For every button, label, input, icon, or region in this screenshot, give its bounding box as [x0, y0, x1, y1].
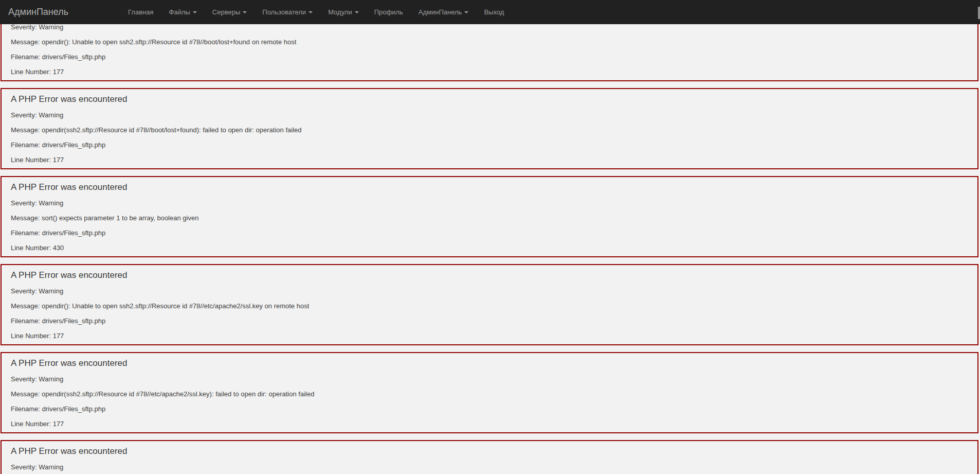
chevron-down-icon	[193, 11, 197, 13]
php-error-box: A PHP Error was encountered Severity: Wa…	[1, 264, 978, 345]
error-message: Message: opendir(ssh2.sftp://Resource id…	[11, 119, 967, 134]
navbar-brand[interactable]: АдминПанель	[8, 7, 68, 17]
nav-item-moduli-dropdown[interactable]: Модули	[320, 0, 367, 24]
chevron-down-icon	[243, 11, 247, 13]
error-heading: A PHP Error was encountered	[11, 358, 967, 368]
error-message: Message: opendir(ssh2.sftp://Resource id…	[11, 383, 967, 398]
error-line-number: Line Number: 177	[11, 149, 967, 164]
error-filename: Filename: drivers/Files_sftp.php	[11, 134, 967, 149]
error-heading: A PHP Error was encountered	[11, 94, 967, 104]
chevron-down-icon	[355, 11, 359, 13]
php-error-box: A PHP Error was encountered Severity: Wa…	[1, 352, 978, 433]
error-severity: Severity: Warning	[11, 368, 967, 383]
php-error-box: A PHP Error was encountered Severity: Wa…	[1, 88, 978, 169]
error-line-number: Line Number: 177	[11, 325, 967, 340]
error-line-number: Line Number: 430	[11, 237, 967, 252]
error-severity: Severity: Warning	[11, 192, 967, 207]
error-severity: Severity: Warning	[11, 457, 967, 471]
error-heading: A PHP Error was encountered	[11, 446, 967, 457]
error-line-number: Line Number: 177	[11, 413, 967, 428]
error-message: Message: sort() expects parameter 1 to b…	[11, 207, 967, 222]
nav-item-profil[interactable]: Профиль	[367, 0, 411, 24]
error-severity: Severity: Warning	[11, 104, 967, 119]
navbar-menu: Главная Файлы Серверы Пользователи Модул…	[120, 0, 512, 24]
error-heading: A PHP Error was encountered	[11, 182, 967, 192]
nav-item-faily-dropdown[interactable]: Файлы	[161, 0, 205, 24]
php-error-box: A PHP Error was encountered Severity: Wa…	[1, 440, 978, 474]
error-message: Message: opendir(): Unable to open ssh2.…	[11, 31, 967, 46]
php-error-box: A PHP Error was encountered Severity: Wa…	[1, 176, 978, 257]
error-severity: Severity: Warning	[11, 280, 967, 295]
error-heading: A PHP Error was encountered	[11, 270, 967, 280]
error-filename: Filename: drivers/Files_sftp.php	[11, 398, 967, 413]
vertical-scrollbar-thumb[interactable]	[978, 7, 980, 19]
nav-item-glavnaya[interactable]: Главная	[120, 0, 161, 24]
nav-item-servery-dropdown[interactable]: Серверы	[205, 0, 255, 24]
error-filename: Filename: drivers/Files_sftp.php	[11, 46, 967, 61]
error-line-number: Line Number: 177	[11, 61, 967, 76]
chevron-down-icon	[464, 11, 468, 13]
error-filename: Filename: drivers/Files_sftp.php	[11, 310, 967, 325]
error-list: A PHP Error was encountered Severity: Wa…	[0, 0, 980, 474]
nav-item-vyhod[interactable]: Выход	[476, 0, 512, 24]
error-message: Message: opendir(): Unable to open ssh2.…	[11, 295, 967, 310]
nav-item-adminpanel-dropdown[interactable]: АдминПанель	[411, 0, 477, 24]
chevron-down-icon	[308, 11, 313, 13]
nav-item-polzovateli-dropdown[interactable]: Пользователи	[255, 0, 320, 24]
top-navbar: АдминПанель Главная Файлы Серверы Пользо…	[0, 0, 980, 24]
error-filename: Filename: drivers/Files_sftp.php	[11, 222, 967, 237]
